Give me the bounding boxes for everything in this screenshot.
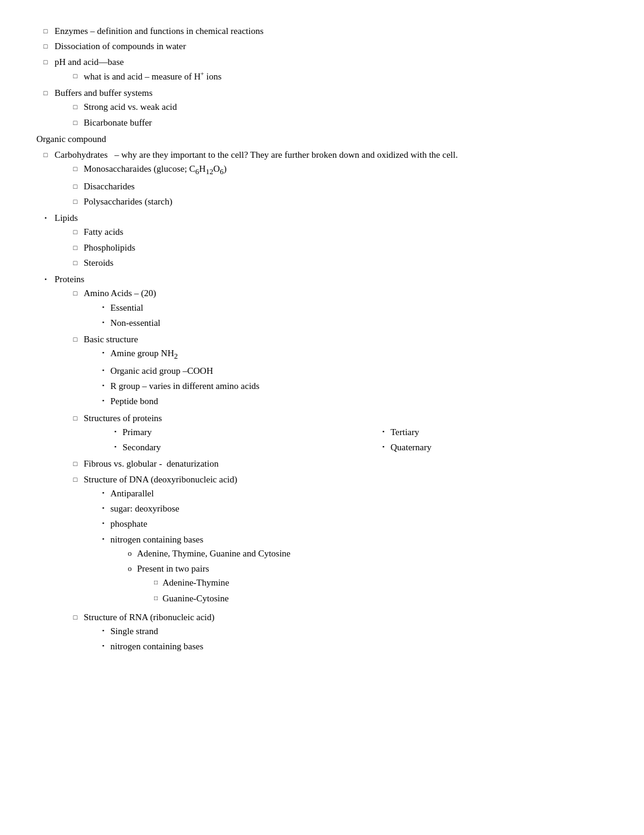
bullet-icon: ▪ xyxy=(96,316,110,327)
list-item: ▪ Amine group NH2 xyxy=(84,347,608,362)
bullet-icon: ▪ xyxy=(96,517,110,528)
structures-col1: ▪ Primary ▪ Secondary xyxy=(96,425,340,455)
bullet-icon: □ xyxy=(36,148,55,160)
bullet-icon: ▪ xyxy=(96,379,110,390)
list-item: o Adenine, Thymine, Guanine and Cytosine xyxy=(110,547,608,561)
amino-acids-item: □ Amino Acids – (20) ▪ Essential ▪ Non-e… xyxy=(55,286,608,331)
list-item: □ Disaccharides xyxy=(55,180,608,194)
bullet-icon: □ xyxy=(36,24,55,36)
list-item: □ Monosaccharaides (glucose; C6H12O6) xyxy=(55,162,608,178)
pairs-sub: □ Adenine-Thymine □ Guanine-Cytosine xyxy=(137,576,608,606)
item-text: Phospholipids xyxy=(84,241,608,255)
bullet-icon: □ xyxy=(149,576,163,587)
bullet-icon: □ xyxy=(67,286,84,299)
list-item: □ Strong acid vs. weak acid xyxy=(55,100,608,114)
bullet-icon: □ xyxy=(67,116,84,128)
bullet-icon: □ xyxy=(67,69,84,81)
proteins-sub: □ Amino Acids – (20) ▪ Essential ▪ Non-e… xyxy=(55,286,608,655)
bullet-icon: □ xyxy=(149,592,163,603)
item-text: Enzymes – definition and functions in ch… xyxy=(55,24,608,38)
top-level-list: □ Enzymes – definition and functions in … xyxy=(36,24,608,131)
item-text: Adenine, Thymine, Guanine and Cytosine xyxy=(137,547,608,561)
item-text: what is and acid – measure of H+ ions xyxy=(84,69,608,84)
bullet-icon: □ xyxy=(36,86,55,98)
list-item: □ Guanine-Cytosine xyxy=(137,592,608,606)
item-text: Structure of DNA (deoxyribonucleic acid)… xyxy=(84,473,608,609)
lipids-sub: □ Fatty acids □ Phospholipids □ Steroids xyxy=(55,225,608,270)
carbohydrates-item: □ Carbohydrates – why are they important… xyxy=(36,148,608,210)
item-text: Structure of RNA (ribonucleic acid) ▪ Si… xyxy=(84,610,608,655)
bullet-icon: ▪ xyxy=(108,425,122,436)
list-item: □ Steroids xyxy=(55,256,608,270)
item-text: Fibrous vs. globular - denaturization xyxy=(84,457,608,471)
list-item: ▪ Secondary xyxy=(96,441,340,455)
list-item: ▪ phosphate xyxy=(84,517,608,531)
structures-col2: ▪ Tertiary ▪ Quaternary xyxy=(364,425,608,455)
list-item: □ Dissociation of compounds in water xyxy=(36,39,608,53)
bullet-icon: ▪ xyxy=(96,640,110,651)
single-strand-text: Single strand xyxy=(110,624,608,638)
item-text: Steroids xyxy=(84,256,608,270)
bullet-icon: ▪ xyxy=(96,364,110,375)
lipids-text: Lipids □ Fatty acids □ Phospholipids □ S… xyxy=(55,211,608,271)
dna-sub: ▪ Antiparallel ▪ sugar: deoxyribose ▪ ph… xyxy=(84,487,608,608)
bullet-icon: □ xyxy=(67,100,84,112)
basic-structure-item: □ Basic structure ▪ Amine group NH2 ▪ Or… xyxy=(55,333,608,410)
list-item: □ what is and acid – measure of H+ ions xyxy=(55,69,608,84)
carbohydrates-text: Carbohydrates – why are they important t… xyxy=(55,148,608,210)
fibrous-globular-item: □ Fibrous vs. globular - denaturization xyxy=(55,457,608,471)
item-text: Non-essential xyxy=(110,316,608,330)
bullet-icon: □ xyxy=(67,195,84,207)
rna-sub: ▪ Single strand ▪ nitrogen containing ba… xyxy=(84,624,608,654)
item-text: Guanine-Cytosine xyxy=(163,592,608,606)
single-strand-item: ▪ Single strand xyxy=(84,624,608,638)
organic-compound-heading: Organic compound xyxy=(36,132,608,146)
item-text: Bicarbonate buffer xyxy=(84,116,608,130)
rna-structure-item: □ Structure of RNA (ribonucleic acid) ▪ … xyxy=(55,610,608,655)
item-text: Essential xyxy=(110,301,608,315)
bullet-icon: □ xyxy=(67,162,84,174)
bullet-icon: ▪ xyxy=(376,441,391,451)
item-text: phosphate xyxy=(110,517,608,531)
bullet-icon: ▪ xyxy=(96,502,110,513)
structures-proteins-item: □ Structures of proteins ▪ Primary xyxy=(55,411,608,456)
bullet-icon: o xyxy=(122,547,137,559)
list-item: □ Buffers and buffer systems □ Strong ac… xyxy=(36,86,608,131)
bullet-icon: □ xyxy=(67,457,84,469)
item-text: Present in two pairs □ Adenine-Thymine xyxy=(137,562,608,607)
item-text: sugar: deoxyribose xyxy=(110,502,608,516)
item-text: Primary xyxy=(122,425,340,439)
item-text: Tertiary xyxy=(391,425,608,439)
item-text: Antiparallel xyxy=(110,487,608,501)
proteins-text: Proteins □ Amino Acids – (20) ▪ Essentia… xyxy=(55,272,608,656)
proteins-item: ▪ Proteins □ Amino Acids – (20) ▪ Essent… xyxy=(36,272,608,656)
bullet-icon: □ xyxy=(67,333,84,345)
bullet-icon: ▪ xyxy=(376,425,391,436)
item-text: Structures of proteins ▪ Primary ▪ xyxy=(84,411,608,456)
item-text: Disaccharides xyxy=(84,180,608,194)
bullet-icon: ▪ xyxy=(96,487,110,498)
amino-acids-sub: ▪ Essential ▪ Non-essential xyxy=(84,301,608,331)
bullet-icon: □ xyxy=(67,180,84,192)
bullet-icon: □ xyxy=(67,256,84,268)
bullet-icon: ▪ xyxy=(36,211,55,223)
lipids-item: ▪ Lipids □ Fatty acids □ Phospholipids □… xyxy=(36,211,608,271)
item-text: Strong acid vs. weak acid xyxy=(84,100,608,114)
list-item: ▪ Essential xyxy=(84,301,608,315)
item-text: Peptide bond xyxy=(110,394,608,408)
bullet-icon: ▪ xyxy=(36,272,55,284)
list-item: ▪ Antiparallel xyxy=(84,487,608,501)
list-item: □ Polysaccharides (starch) xyxy=(55,195,608,209)
bullet-icon: □ xyxy=(67,241,84,253)
list-item: □ Bicarbonate buffer xyxy=(55,116,608,130)
item-text: nitrogen containing bases o Adenine, Thy… xyxy=(110,533,608,608)
list-item: ▪ Primary xyxy=(96,425,340,439)
bullet-icon: □ xyxy=(67,225,84,237)
sub-list: □ what is and acid – measure of H+ ions xyxy=(55,69,608,84)
nitrogen-bases-sub: o Adenine, Thymine, Guanine and Cytosine… xyxy=(110,547,608,607)
bullet-icon: ▪ xyxy=(108,441,122,451)
item-text: Organic acid group –COOH xyxy=(110,364,608,378)
list-item: □ Fatty acids xyxy=(55,225,608,239)
item-text: pH and acid—base □ what is and acid – me… xyxy=(55,55,608,86)
dna-structure-item: □ Structure of DNA (deoxyribonucleic aci… xyxy=(55,473,608,609)
